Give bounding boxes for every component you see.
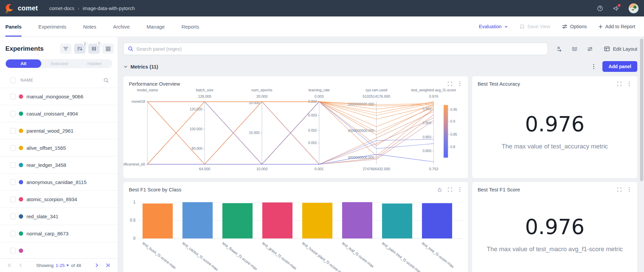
tab-notes[interactable]: Notes: [83, 16, 96, 37]
experiment-checkbox[interactable]: [10, 111, 16, 117]
experiment-checkbox[interactable]: [10, 128, 16, 134]
experiment-checkbox[interactable]: [10, 214, 16, 219]
kebab-menu-icon[interactable]: [626, 186, 633, 193]
bar-test_cactus_f1-score-max[interactable]: [182, 202, 213, 238]
f1-bar-chart[interactable]: 10.50test_bush_f1-score-maxtest_cactus_f…: [123, 193, 468, 272]
scrollbar-thumb[interactable]: [640, 39, 643, 181]
experiment-checkbox[interactable]: [10, 248, 16, 254]
sort-button[interactable]: 2: [74, 44, 86, 54]
breadcrumb-workspace[interactable]: comet-docs: [49, 6, 74, 11]
kebab-menu-icon[interactable]: [457, 186, 463, 193]
page-size-dropdown[interactable]: 1-25: [56, 263, 69, 268]
kebab-menu-icon[interactable]: [457, 80, 463, 87]
announcements-icon[interactable]: [612, 5, 620, 12]
experiment-row[interactable]: atomic_scorpion_8934: [0, 191, 118, 208]
view-tabbar: PanelsExperimentsNotesArchiveManageRepor…: [0, 16, 644, 37]
next-page-button[interactable]: [93, 262, 101, 269]
experiment-checkbox[interactable]: [10, 196, 16, 202]
y-axis-tick: 1: [133, 200, 136, 205]
experiment-row[interactable]: red_slate_341: [0, 208, 118, 225]
add-to-report-button[interactable]: Add to Report: [598, 24, 635, 29]
expand-icon[interactable]: [446, 186, 453, 193]
bar-test_tree_f1-score-max[interactable]: [422, 203, 452, 238]
experiment-checkbox[interactable]: [10, 162, 16, 168]
chart-settings-icon[interactable]: [587, 46, 593, 52]
experiment-row[interactable]: rear_ledger_3458: [0, 156, 118, 174]
page-scrollbar[interactable]: [639, 37, 644, 272]
avatar[interactable]: [629, 3, 639, 13]
edit-layout-button[interactable]: Edit Layout: [604, 46, 637, 52]
experiment-row[interactable]: normal_carp_8673: [0, 225, 118, 242]
experiment-row[interactable]: anonymous_canidae_8115: [0, 174, 118, 191]
comet-logo[interactable]: comet: [5, 3, 38, 14]
notification-badge: [618, 4, 621, 7]
experiment-row[interactable]: manual_mongoose_9066: [0, 88, 118, 105]
svg-text:0.003: 0.003: [315, 94, 324, 98]
view-selector-dropdown[interactable]: Evaluation: [479, 24, 508, 29]
save-view-label: Save View: [527, 24, 550, 29]
select-all-checkbox[interactable]: [10, 78, 16, 83]
experiment-row[interactable]: [0, 242, 118, 259]
last-page-button[interactable]: [104, 262, 111, 269]
section-kebab-menu-icon[interactable]: [590, 63, 597, 70]
svg-text:64.000: 64.000: [199, 167, 210, 171]
metrics-section-toggle[interactable]: Metrics (11): [123, 64, 158, 70]
kebab-menu-icon[interactable]: [626, 80, 633, 87]
options-button[interactable]: Options: [562, 24, 587, 29]
experiment-checkbox[interactable]: [10, 231, 16, 236]
tab-panels[interactable]: Panels: [5, 16, 21, 37]
expand-icon[interactable]: [446, 80, 453, 87]
experiment-color-dot: [19, 231, 23, 236]
bar-test_palm tree_f1-score-max[interactable]: [382, 203, 412, 238]
bar-test_house plant_f1-score-max[interactable]: [302, 203, 332, 238]
svg-text:num_epochs: num_epochs: [252, 88, 273, 92]
logo-text: comet: [18, 4, 38, 12]
chevron-down-icon: [123, 64, 128, 69]
layout-icon: [604, 46, 610, 51]
tab-reports[interactable]: Reports: [181, 16, 199, 37]
first-page-button[interactable]: [6, 262, 13, 269]
filter-selected[interactable]: Selected: [42, 59, 77, 68]
parallel-coordinates-chart[interactable]: model_nameresnet18efficientnet_b0batch_s…: [123, 87, 468, 174]
options-label: Options: [570, 24, 587, 29]
columns-button[interactable]: 7: [88, 44, 100, 54]
experiment-row[interactable]: parental_wood_2961: [0, 122, 118, 139]
tab-manage[interactable]: Manage: [147, 16, 165, 37]
help-icon[interactable]: [596, 5, 604, 12]
x-axis-tick: test_house plant_f1-score-max: [302, 241, 346, 272]
experiment-color-dot: [19, 248, 23, 253]
expand-icon[interactable]: [616, 80, 623, 87]
x-axis-tick: test_bush_f1-score-max: [142, 241, 177, 270]
experiment-checkbox[interactable]: [10, 145, 16, 151]
add-panel-button[interactable]: Add panel: [602, 61, 637, 72]
name-column-header: NAME: [20, 78, 103, 83]
bar-test_leaf_f1-score-max[interactable]: [342, 202, 372, 238]
prev-page-button[interactable]: [17, 262, 24, 269]
breadcrumb-project[interactable]: image-data-with-pytorch: [83, 6, 135, 11]
svg-text:0.753: 0.753: [429, 167, 438, 171]
experiment-checkbox[interactable]: [10, 179, 16, 185]
search-experiments-icon[interactable]: [103, 78, 109, 83]
tab-archive[interactable]: Archive: [113, 16, 130, 37]
x-axis-labels: test_bush_f1-score-maxtest_cactus_f1-sco…: [129, 238, 463, 272]
bar-test_bush_f1-score-max[interactable]: [143, 203, 173, 238]
experiment-name: parental_wood_2961: [26, 128, 73, 134]
experiment-row[interactable]: casual_croissant_4904: [0, 105, 118, 122]
clear-x-axis-icon[interactable]: [556, 46, 562, 52]
unlock-icon[interactable]: [436, 186, 443, 193]
experiments-list: manual_mongoose_9066casual_croissant_490…: [0, 88, 118, 272]
experiment-row[interactable]: alive_offset_1565: [0, 139, 118, 156]
search-panel-input[interactable]: [136, 46, 544, 52]
sidebar-title: Experiments: [5, 45, 44, 52]
smoothing-icon[interactable]: [571, 46, 578, 52]
bar-test_flower_f1-score-max[interactable]: [222, 203, 253, 238]
group-button[interactable]: [102, 44, 114, 54]
experiment-checkbox[interactable]: [10, 94, 16, 99]
save-view-button[interactable]: Save View: [520, 24, 550, 29]
filter-hidden[interactable]: Hidden: [77, 59, 112, 68]
expand-icon[interactable]: [616, 186, 623, 193]
filter-button[interactable]: [60, 44, 71, 54]
filter-all[interactable]: All: [6, 59, 41, 68]
tab-experiments[interactable]: Experiments: [38, 16, 66, 37]
bar-test_grass_f1-score-max[interactable]: [262, 202, 292, 238]
